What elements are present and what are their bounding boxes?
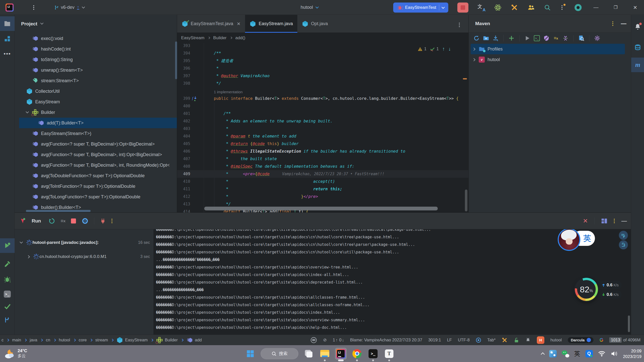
stripe-problems[interactable] [0, 272, 15, 286]
run-close-icon[interactable]: ✕ [583, 217, 588, 224]
window-restore-button[interactable]: ❐ [610, 5, 621, 10]
main-menu-kebab-icon[interactable] [31, 7, 36, 8]
no-problems-icon[interactable]: ⊘ [323, 337, 327, 343]
project-tree-item[interactable]: avg(Function<? super T, BigDecimal>):Opt… [15, 139, 177, 149]
stripe-structure[interactable] [0, 31, 15, 46]
run-layout-icon[interactable] [601, 218, 607, 224]
project-horizontal-scrollbar[interactable] [26, 210, 91, 212]
window-close-button[interactable]: ✕ [630, 5, 640, 11]
maven-tree-item[interactable]: vhutool [469, 54, 631, 65]
project-selector[interactable]: hutool [301, 0, 318, 15]
taskbar-task-view[interactable] [303, 348, 314, 359]
maven-add-maven-project-icon[interactable] [508, 34, 515, 42]
project-tree-item[interactable]: CollectorUtil [15, 86, 177, 97]
maven-maven-settings-icon[interactable] [593, 34, 601, 42]
project-tree-item[interactable]: avg(ToDoubleFunction<? super T>):Optiona… [15, 170, 177, 181]
tabs-options-kebab-icon[interactable] [459, 22, 460, 26]
google-icon[interactable]: G [599, 337, 603, 343]
status-path-item[interactable]: stream [95, 338, 108, 342]
console-vertical-scrollbar[interactable] [628, 315, 630, 332]
editor-tab[interactable]: EasyStream.java [245, 15, 297, 33]
run-tree-item[interactable]: hutool-parent [javadoc:javadoc]:16 sec [15, 237, 153, 248]
run-hide-icon[interactable]: — [621, 218, 627, 224]
tray-expand-chevron[interactable] [541, 351, 544, 356]
tools-status-icon[interactable] [502, 337, 508, 343]
implemented-gutter-icon[interactable]: f [192, 95, 201, 102]
status-path-item[interactable]: EasyStream [116, 337, 148, 343]
theme-switcher[interactable]: Darcula [568, 337, 593, 343]
project-tree-item[interactable]: unwrap():Stream<T> [15, 65, 177, 75]
memory-indicator[interactable]: 1013of 4096M [609, 337, 640, 343]
taskbar-terminal[interactable]: >_ [367, 348, 379, 359]
line-ending[interactable]: LF [447, 338, 452, 342]
stripe-notifications[interactable] [631, 20, 644, 34]
project-tree-item[interactable]: hashCode():int [15, 44, 177, 54]
users-icon[interactable] [527, 4, 535, 11]
maven-tree-item[interactable]: Profiles [471, 44, 625, 54]
git-branch-widget[interactable]: v6-dev ↑ [54, 5, 85, 10]
window-minimize-button[interactable]: — [591, 5, 601, 10]
tray-qq-browser[interactable]: Q [585, 350, 593, 357]
settings-kebab-icon[interactable] [560, 4, 566, 11]
breadcrumb-item[interactable]: add() [235, 35, 246, 40]
notification-bell-icon[interactable] [525, 337, 531, 343]
run-kebab-icon[interactable] [614, 220, 615, 221]
stripe-project-folder[interactable] [0, 16, 15, 31]
rerun-icon[interactable] [49, 218, 55, 224]
status-path-item[interactable]: add [186, 337, 202, 343]
project-tree-item[interactable]: EasyStream [15, 97, 177, 107]
taskbar-typora[interactable]: T [383, 348, 395, 359]
taskbar-search[interactable]: 搜索 [261, 348, 298, 359]
translate-icon[interactable]: 文A [477, 4, 485, 11]
console-softwrap-button[interactable] [619, 231, 628, 240]
user-avatar[interactable] [575, 4, 582, 11]
project-tree-item[interactable]: exec():void [15, 33, 177, 44]
taskbar-start-button[interactable] [245, 348, 256, 359]
lock-icon[interactable] [514, 337, 519, 343]
maven-offline-mode-icon[interactable]: ≡x [552, 34, 560, 42]
tab-close-icon[interactable]: ✕ [237, 21, 240, 27]
project-tree-item[interactable]: avg(Function<? super T, BigDecimal>, int… [15, 149, 177, 160]
maven-goal-search-icon[interactable] [578, 34, 585, 42]
status-path-item[interactable]: java [30, 338, 37, 342]
run-configuration-button[interactable]: EasyStreamTest [393, 3, 448, 13]
status-path-item[interactable]: Builder [156, 337, 178, 343]
caret-position[interactable]: 3019:1 [428, 338, 441, 342]
status-path-item[interactable]: hutool [59, 338, 70, 342]
tray-ime-indicator[interactable]: 英 [574, 350, 580, 358]
breadcrumb-item[interactable]: Builder [213, 35, 227, 40]
status-path-item[interactable]: core [79, 338, 87, 342]
attach-debugger-icon[interactable] [100, 218, 106, 224]
search-everywhere-icon[interactable] [544, 4, 551, 11]
taskbar-file-explorer[interactable] [319, 348, 331, 359]
project-tree-item[interactable]: Builder [15, 107, 177, 118]
hutool-plugin-badge[interactable]: H [537, 336, 544, 344]
stripe-checks[interactable] [0, 299, 15, 314]
editor-tab[interactable]: Opt.java [297, 15, 332, 33]
tray-volume[interactable] [611, 350, 618, 357]
push-icon[interactable]: ↑ [77, 5, 79, 10]
project-tree-item[interactable]: avg(ToIntFunction<? super T>):OptionalDo… [15, 181, 177, 192]
maven-reimport-icon[interactable] [473, 34, 480, 42]
status-path-item[interactable]: main [12, 338, 21, 342]
editor-horizontal-scrollbar[interactable] [204, 207, 438, 210]
maven-execute-goal-icon[interactable]: >_ [533, 34, 541, 42]
git-sync-counts[interactable]: 1↑0↓ [333, 338, 344, 342]
editor-vertical-scrollbar[interactable] [465, 190, 467, 211]
editor-tab[interactable]: EasyStreamTest.java✕ [177, 15, 245, 33]
project-vertical-scrollbar[interactable] [175, 41, 177, 79]
maven-collapse-all-icon[interactable] [562, 34, 569, 42]
run-options-kebab-icon[interactable] [111, 220, 112, 221]
stripe-git[interactable] [0, 313, 15, 327]
breadcrumb-item[interactable]: EasyStream [181, 35, 205, 40]
run-tree-item[interactable]: cn.hutool:hutool-crypto:jar:6.0.0.M13 se… [15, 251, 153, 262]
project-panel-header[interactable]: Project [15, 15, 177, 33]
maven-generate-sources-icon[interactable] [482, 34, 490, 42]
copilot-status-icon[interactable] [310, 337, 317, 343]
console-scroll-end-button[interactable] [619, 240, 628, 249]
stripe-maven[interactable]: m [631, 58, 644, 72]
atom-plugin-icon[interactable] [494, 4, 502, 11]
stop-icon[interactable] [71, 218, 76, 223]
error-stripe-warning-mark[interactable] [463, 78, 467, 79]
indent-config[interactable]: Tab* [487, 338, 496, 342]
